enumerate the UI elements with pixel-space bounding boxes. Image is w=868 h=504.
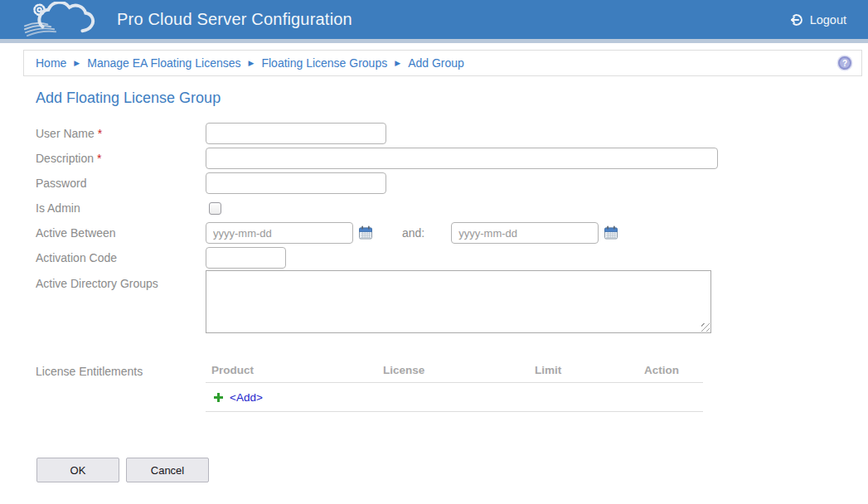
breadcrumb-item-home[interactable]: Home: [36, 56, 66, 70]
add-icon[interactable]: [214, 393, 223, 402]
user-name-input[interactable]: [206, 123, 386, 144]
password-label: Password: [36, 177, 206, 190]
column-header-product: Product: [206, 364, 383, 376]
is-admin-label: Is Admin: [36, 201, 206, 215]
cancel-button[interactable]: Cancel: [126, 458, 209, 482]
and-label: and:: [402, 226, 424, 240]
header-accent-strip: [0, 39, 868, 43]
active-directory-groups-label: Active Directory Groups: [36, 270, 206, 290]
help-icon[interactable]: ?: [838, 56, 851, 70]
user-name-label-text: User Name: [36, 127, 95, 140]
license-entitlements-table: Product License Limit Action <Add>: [206, 358, 703, 412]
breadcrumb-separator-icon: ▶: [241, 60, 262, 67]
cloud-logo-icon: [23, 2, 96, 39]
required-asterisk: *: [98, 127, 102, 140]
app-title: Pro Cloud Server Configuration: [117, 10, 352, 29]
password-input[interactable]: [206, 172, 386, 194]
column-header-limit: Limit: [535, 364, 644, 376]
logout-icon: [789, 12, 804, 27]
active-directory-groups-wrapper: [206, 270, 711, 333]
activation-code-input[interactable]: [206, 247, 286, 269]
license-entitlements-label: License Entitlements: [36, 358, 206, 378]
form-row-active-directory-groups: Active Directory Groups: [36, 270, 868, 333]
user-name-label: User Name *: [36, 127, 206, 140]
column-header-license: License: [383, 364, 535, 376]
active-between-label: Active Between: [36, 226, 206, 240]
description-label: Description *: [36, 152, 206, 165]
breadcrumb-item-manage-ea-floating-licenses[interactable]: Manage EA Floating Licenses: [87, 56, 240, 70]
column-header-action: Action: [644, 364, 703, 376]
form-row-is-admin: Is Admin: [36, 196, 868, 220]
logout-label: Logout: [810, 13, 846, 27]
form-row-password: Password: [36, 171, 868, 196]
calendar-icon: [358, 225, 373, 240]
active-directory-groups-textarea[interactable]: [206, 270, 711, 333]
breadcrumb-item-floating-license-groups[interactable]: Floating License Groups: [261, 56, 387, 70]
form-row-active-between: Active Between and:: [36, 220, 868, 245]
end-date-picker-button[interactable]: [604, 225, 618, 240]
add-entitlement-link[interactable]: <Add>: [230, 391, 263, 404]
form-row-license-entitlements: License Entitlements Product License Lim…: [36, 358, 868, 412]
entitlement-add-row: <Add>: [206, 383, 703, 412]
app-header: Pro Cloud Server Configuration Logout: [0, 0, 868, 39]
ok-button[interactable]: OK: [36, 458, 119, 482]
breadcrumb: Home ▶ Manage EA Floating Licenses ▶ Flo…: [23, 50, 862, 76]
entitlements-header-row: Product License Limit Action: [206, 358, 703, 383]
add-group-form: User Name * Description * Password Is Ad…: [36, 121, 868, 412]
breadcrumb-separator-icon: ▶: [66, 60, 87, 67]
form-actions: OK Cancel: [36, 458, 868, 482]
description-label-text: Description: [36, 152, 94, 165]
form-row-activation-code: Activation Code: [36, 245, 868, 270]
start-date-picker-button[interactable]: [358, 225, 373, 240]
main-content: Add Floating License Group User Name * D…: [0, 89, 868, 482]
logout-button[interactable]: Logout: [789, 12, 846, 27]
required-asterisk: *: [97, 152, 101, 165]
textarea-resize-handle[interactable]: [701, 323, 710, 332]
activation-code-label: Activation Code: [36, 251, 206, 264]
form-row-description: Description *: [36, 146, 868, 171]
calendar-icon: [604, 225, 618, 240]
active-between-start-input[interactable]: [206, 222, 353, 244]
form-row-user-name: User Name *: [36, 121, 868, 146]
is-admin-checkbox[interactable]: [209, 202, 221, 215]
page-title: Add Floating License Group: [36, 89, 868, 107]
active-between-end-input[interactable]: [451, 222, 599, 244]
breadcrumb-separator-icon: ▶: [387, 60, 408, 67]
description-input[interactable]: [206, 148, 718, 169]
breadcrumb-item-add-group[interactable]: Add Group: [408, 56, 464, 70]
active-between-controls: and:: [206, 222, 618, 244]
